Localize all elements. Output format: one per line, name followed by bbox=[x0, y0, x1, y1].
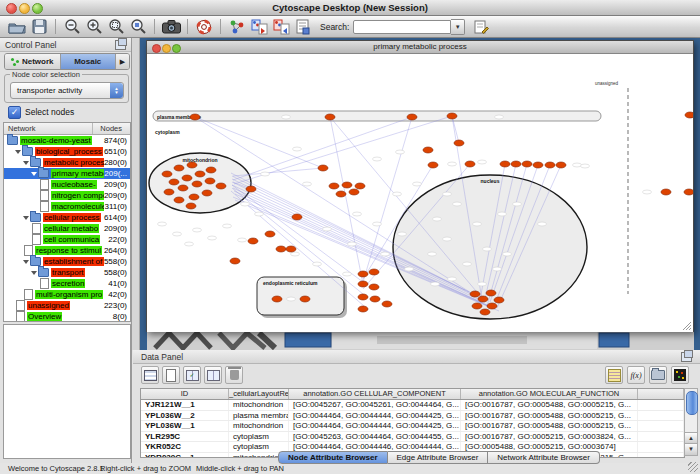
graph-node[interactable] bbox=[349, 189, 359, 195]
save-session-icon[interactable] bbox=[28, 17, 50, 36]
graph-node[interactable] bbox=[206, 167, 216, 173]
graph-node[interactable] bbox=[216, 183, 226, 189]
graph-node[interactable] bbox=[369, 284, 379, 290]
table-row[interactable]: YPL036W__1mitochondrion[GO:0044464, GO:0… bbox=[141, 421, 684, 432]
search-dropdown-arrow[interactable]: ▼ bbox=[451, 19, 465, 35]
expand-arrow-icon[interactable] bbox=[31, 271, 37, 275]
graph-node[interactable] bbox=[428, 162, 438, 168]
graph-node[interactable] bbox=[174, 197, 184, 203]
create-network-icon[interactable] bbox=[226, 17, 248, 36]
table-row[interactable]: YLR295Ccytoplasm[GO:0045263, GO:0044464,… bbox=[141, 432, 684, 443]
table-scrollbar[interactable]: ▲ ▼ bbox=[684, 388, 698, 456]
network-view-window[interactable]: primary metabolic process plasma membran… bbox=[146, 40, 694, 332]
graph-node[interactable] bbox=[370, 296, 380, 302]
app-resize-grip[interactable] bbox=[688, 462, 698, 472]
table-column-header[interactable] bbox=[638, 389, 684, 399]
graph-node[interactable] bbox=[382, 301, 392, 307]
graph-node[interactable] bbox=[329, 183, 339, 189]
window-resize-grip[interactable] bbox=[683, 322, 691, 330]
tree-row[interactable]: primary metabo209(... bbox=[4, 168, 130, 179]
graph-node[interactable] bbox=[192, 181, 202, 187]
table-column-header[interactable]: ID bbox=[141, 389, 229, 399]
tab-edge-attribute-browser[interactable]: Edge Attribute Browser bbox=[388, 451, 489, 464]
graph-node[interactable] bbox=[169, 179, 179, 185]
graph-node[interactable] bbox=[358, 271, 368, 277]
graph-node[interactable] bbox=[478, 296, 488, 302]
graph-node[interactable] bbox=[342, 182, 352, 188]
graph-node[interactable] bbox=[325, 114, 335, 120]
expand-arrow-icon[interactable] bbox=[23, 260, 29, 264]
graph-node[interactable] bbox=[511, 161, 521, 167]
expand-arrow-icon[interactable] bbox=[15, 150, 21, 154]
network-window-titlebar[interactable]: primary metabolic process bbox=[147, 41, 693, 54]
network-tree-header[interactable]: Network Nodes bbox=[4, 123, 130, 135]
select-nodes-checkbox[interactable]: ✓ bbox=[8, 106, 21, 119]
graph-node[interactable] bbox=[661, 189, 671, 195]
graph-node[interactable] bbox=[300, 296, 310, 302]
plasma-membrane-region[interactable] bbox=[153, 111, 601, 121]
graph-node[interactable] bbox=[276, 246, 286, 252]
table-column-header[interactable]: annotation.GO CELLULAR_COMPONENT bbox=[289, 389, 461, 399]
graph-node[interactable] bbox=[195, 171, 205, 177]
graph-node[interactable] bbox=[423, 147, 433, 153]
new-attribute-icon[interactable] bbox=[162, 366, 180, 384]
search-input[interactable] bbox=[353, 20, 451, 34]
graph-node[interactable] bbox=[454, 140, 464, 146]
graph-node[interactable] bbox=[164, 189, 174, 195]
annotation-icon[interactable] bbox=[292, 17, 314, 36]
graph-node[interactable] bbox=[205, 178, 215, 184]
graph-node[interactable] bbox=[465, 161, 475, 167]
graph-node[interactable] bbox=[486, 290, 496, 296]
tree-row[interactable]: Overview8(0) bbox=[4, 311, 130, 322]
graph-node[interactable] bbox=[286, 246, 296, 252]
float-data-panel-icon[interactable] bbox=[681, 352, 692, 362]
tree-row[interactable]: transport558(0) bbox=[4, 267, 130, 278]
table-row[interactable]: YJR121W__1mitochondrion[GO:0045267, GO:0… bbox=[141, 400, 684, 411]
search-options-icon[interactable] bbox=[470, 17, 492, 36]
table-row[interactable]: YPL036W__2plasma membrane[GO:0044464, GO… bbox=[141, 411, 684, 422]
tree-row[interactable]: unassigned223(0) bbox=[4, 300, 130, 311]
graph-node[interactable] bbox=[292, 214, 302, 220]
graph-node[interactable] bbox=[545, 162, 555, 168]
tab-mosaic[interactable]: Mosaic bbox=[61, 54, 117, 69]
graph-node[interactable] bbox=[336, 191, 346, 197]
unselect-attributes-icon[interactable] bbox=[204, 366, 222, 384]
tree-row[interactable]: cellular process614(0) bbox=[4, 212, 130, 223]
graph-node[interactable] bbox=[186, 203, 196, 209]
expand-arrow-icon[interactable] bbox=[23, 161, 29, 165]
graph-node[interactable] bbox=[407, 114, 417, 120]
import-network-icon[interactable] bbox=[248, 17, 270, 36]
graph-node[interactable] bbox=[500, 161, 510, 167]
function-builder-icon[interactable]: f(x) bbox=[627, 366, 645, 384]
attribute-table-mode-icon[interactable] bbox=[141, 366, 159, 384]
scrollbar-thumb[interactable] bbox=[686, 391, 698, 415]
help-lifesaver-icon[interactable] bbox=[193, 17, 215, 36]
graph-node[interactable] bbox=[174, 165, 184, 171]
graph-node[interactable] bbox=[470, 291, 480, 297]
graph-node[interactable] bbox=[355, 183, 365, 189]
snapshot-camera-icon[interactable] bbox=[160, 17, 182, 36]
graph-node[interactable] bbox=[369, 269, 379, 275]
graph-node[interactable] bbox=[556, 162, 566, 168]
expand-arrow-icon[interactable] bbox=[31, 172, 37, 176]
graph-node[interactable] bbox=[178, 185, 188, 191]
graph-node[interactable] bbox=[272, 296, 282, 302]
tree-column-network[interactable]: Network bbox=[4, 124, 36, 133]
delete-attribute-icon[interactable] bbox=[225, 366, 243, 384]
tree-row[interactable]: response to stimul264(0) bbox=[4, 245, 130, 256]
graph-edge[interactable] bbox=[330, 117, 363, 284]
zoom-fit-icon[interactable] bbox=[105, 17, 127, 36]
tree-row[interactable]: secretion41(0) bbox=[4, 278, 130, 289]
network-canvas[interactable]: plasma membrane cytoplasm mitochondrion … bbox=[147, 54, 693, 332]
tab-network-attribute-browser[interactable]: Network Attribute Browser bbox=[488, 451, 599, 464]
tab-network[interactable]: Network bbox=[5, 54, 61, 69]
graph-node[interactable] bbox=[533, 162, 543, 168]
graph-node[interactable] bbox=[472, 303, 482, 309]
attribute-table-header[interactable]: ID_cellularLayoutRegionannotation.GO CEL… bbox=[141, 389, 684, 400]
node-color-dropdown[interactable]: transporter activity ▲▼ bbox=[10, 82, 124, 99]
graph-node[interactable] bbox=[182, 175, 192, 181]
birds-eye-view[interactable] bbox=[3, 324, 131, 459]
tree-row[interactable]: multi-organism pro42(0) bbox=[4, 289, 130, 300]
expand-arrow-icon[interactable] bbox=[23, 216, 29, 220]
tree-row[interactable]: metabolic process280(0) bbox=[4, 157, 130, 168]
